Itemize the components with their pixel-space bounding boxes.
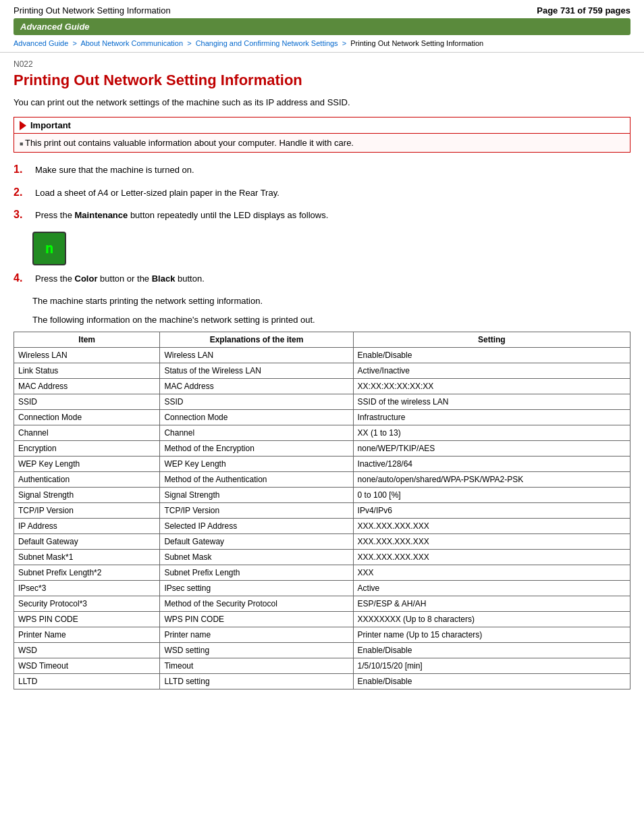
- step-3: 3. Press the Maintenance button repeated…: [14, 209, 630, 222]
- step-4-number: 4.: [14, 272, 32, 284]
- table-cell-4-1: Connection Mode: [160, 410, 353, 425]
- table-cell-7-1: WEP Key Length: [160, 457, 353, 472]
- table-row: IPsec*3IPsec settingActive: [14, 581, 630, 596]
- table-cell-5-2: XX (1 to 13): [353, 425, 630, 441]
- table-cell-0-0: Wireless LAN: [14, 348, 160, 363]
- step-2-content: Load a sheet of A4 or Letter-sized plain…: [35, 186, 279, 200]
- header-title: Printing Out Network Setting Information: [14, 5, 171, 16]
- table-cell-12-0: Default Gateway: [14, 534, 160, 550]
- table-cell-16-0: Security Protocol*3: [14, 596, 160, 612]
- table-cell-6-2: none/WEP/TKIP/AES: [353, 441, 630, 457]
- table-row: Subnet Mask*1Subnet MaskXXX.XXX.XXX.XXX: [14, 550, 630, 565]
- table-cell-14-1: Subnet Prefix Length: [160, 565, 353, 581]
- table-cell-7-2: Inactive/128/64: [353, 457, 630, 472]
- table-row: Signal StrengthSignal Strength0 to 100 […: [14, 488, 630, 503]
- step-2-number: 2.: [14, 186, 32, 199]
- table-row: Connection ModeConnection ModeInfrastruc…: [14, 410, 630, 425]
- table-row: Link StatusStatus of the Wireless LANAct…: [14, 363, 630, 379]
- step-1: 1. Make sure that the machine is turned …: [14, 163, 630, 177]
- step-4: 4. Press the Color button or the Black b…: [14, 272, 630, 286]
- table-cell-21-0: LLTD: [14, 674, 160, 689]
- table-cell-2-2: XX:XX:XX:XX:XX:XX: [353, 379, 630, 394]
- table-row: WSDWSD settingEnable/Disable: [14, 643, 630, 658]
- table-header-item: Item: [14, 332, 160, 348]
- table-cell-21-1: LLTD setting: [160, 674, 353, 689]
- breadcrumb-link-3[interactable]: Changing and Confirming Network Settings: [196, 39, 338, 47]
- table-cell-14-2: XXX: [353, 565, 630, 581]
- step-3-number: 3.: [14, 209, 32, 221]
- table-row: Printer NamePrinter namePrinter name (Up…: [14, 627, 630, 643]
- step-4-content: Press the Color button or the Black butt…: [35, 272, 205, 286]
- table-cell-1-0: Link Status: [14, 363, 160, 379]
- breadcrumb-current: Printing Out Network Setting Information: [350, 39, 483, 47]
- table-row: LLTDLLTD settingEnable/Disable: [14, 674, 630, 689]
- important-item-1: This print out contains valuable informa…: [20, 138, 624, 148]
- table-row: WEP Key LengthWEP Key LengthInactive/128…: [14, 457, 630, 472]
- step-3-content: Press the Maintenance button repeatedly …: [35, 209, 328, 222]
- led-display: n: [32, 232, 66, 265]
- table-cell-8-0: Authentication: [14, 472, 160, 488]
- table-cell-18-1: Printer name: [160, 627, 353, 643]
- table-cell-13-2: XXX.XXX.XXX.XXX: [353, 550, 630, 565]
- table-cell-19-1: WSD setting: [160, 643, 353, 658]
- step-1-number: 1.: [14, 163, 32, 176]
- page-header: Printing Out Network Setting Information…: [0, 0, 644, 18]
- table-cell-10-0: TCP/IP Version: [14, 503, 160, 519]
- table-cell-2-1: MAC Address: [160, 379, 353, 394]
- breadcrumb-link-1[interactable]: Advanced Guide: [14, 39, 68, 47]
- table-cell-9-0: Signal Strength: [14, 488, 160, 503]
- table-cell-0-1: Wireless LAN: [160, 348, 353, 363]
- table-header-explanations: Explanations of the item: [160, 332, 353, 348]
- important-box: Important This print out contains valuab…: [14, 117, 630, 153]
- table-cell-15-0: IPsec*3: [14, 581, 160, 596]
- table-cell-8-1: Method of the Authentication: [160, 472, 353, 488]
- table-cell-8-2: none/auto/open/shared/WPA-PSK/WPA2-PSK: [353, 472, 630, 488]
- table-cell-6-1: Method of the Encryption: [160, 441, 353, 457]
- advanced-guide-label: Advanced Guide: [20, 22, 90, 32]
- table-cell-4-0: Connection Mode: [14, 410, 160, 425]
- table-cell-2-0: MAC Address: [14, 379, 160, 394]
- sub-text-1: The machine starts printing the network …: [32, 294, 630, 308]
- table-cell-20-2: 1/5/10/15/20 [min]: [353, 658, 630, 674]
- table-cell-12-2: XXX.XXX.XXX.XXX: [353, 534, 630, 550]
- table-cell-16-2: ESP/ESP & AH/AH: [353, 596, 630, 612]
- table-cell-21-2: Enable/Disable: [353, 674, 630, 689]
- table-row: WSD TimeoutTimeout1/5/10/15/20 [min]: [14, 658, 630, 674]
- table-cell-12-1: Default Gateway: [160, 534, 353, 550]
- breadcrumb-link-2[interactable]: About Network Communication: [80, 39, 183, 47]
- table-row: SSIDSSIDSSID of the wireless LAN: [14, 394, 630, 410]
- table-cell-9-2: 0 to 100 [%]: [353, 488, 630, 503]
- table-cell-3-0: SSID: [14, 394, 160, 410]
- table-cell-19-2: Enable/Disable: [353, 643, 630, 658]
- table-cell-10-1: TCP/IP Version: [160, 503, 353, 519]
- doc-id: N022: [14, 59, 630, 69]
- table-cell-11-0: IP Address: [14, 519, 160, 534]
- breadcrumb: Advanced Guide > About Network Communica…: [0, 35, 644, 53]
- table-row: IP AddressSelected IP AddressXXX.XXX.XXX…: [14, 519, 630, 534]
- important-body: This print out contains valuable informa…: [14, 134, 630, 152]
- table-cell-6-0: Encryption: [14, 441, 160, 457]
- table-cell-17-1: WPS PIN CODE: [160, 612, 353, 627]
- page-title: Printing Out Network Setting Information: [14, 72, 630, 89]
- table-cell-15-2: Active: [353, 581, 630, 596]
- steps-container: 1. Make sure that the machine is turned …: [14, 163, 630, 285]
- table-cell-18-2: Printer name (Up to 15 characters): [353, 627, 630, 643]
- important-label: Important: [30, 120, 71, 130]
- table-row: WPS PIN CODEWPS PIN CODEXXXXXXXX (Up to …: [14, 612, 630, 627]
- table-cell-16-1: Method of the Security Protocol: [160, 596, 353, 612]
- header-page-info: Page 731 of 759 pages: [537, 5, 630, 16]
- table-row: TCP/IP VersionTCP/IP VersionIPv4/IPv6: [14, 503, 630, 519]
- info-table: Item Explanations of the item Setting Wi…: [14, 332, 630, 689]
- table-cell-17-2: XXXXXXXX (Up to 8 characters): [353, 612, 630, 627]
- table-cell-20-1: Timeout: [160, 658, 353, 674]
- table-header-setting: Setting: [353, 332, 630, 348]
- table-cell-18-0: Printer Name: [14, 627, 160, 643]
- table-cell-14-0: Subnet Prefix Length*2: [14, 565, 160, 581]
- table-cell-3-1: SSID: [160, 394, 353, 410]
- table-row: Wireless LANWireless LANEnable/Disable: [14, 348, 630, 363]
- step-2: 2. Load a sheet of A4 or Letter-sized pl…: [14, 186, 630, 200]
- table-row: Subnet Prefix Length*2Subnet Prefix Leng…: [14, 565, 630, 581]
- table-cell-15-1: IPsec setting: [160, 581, 353, 596]
- table-cell-13-1: Subnet Mask: [160, 550, 353, 565]
- table-row: EncryptionMethod of the Encryptionnone/W…: [14, 441, 630, 457]
